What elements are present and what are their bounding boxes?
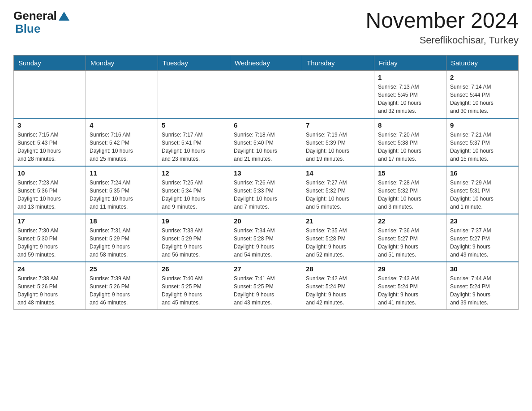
calendar-day-cell: 7Sunrise: 7:19 AM Sunset: 5:39 PM Daylig… — [302, 118, 374, 166]
calendar-day-cell — [302, 70, 374, 118]
day-info: Sunrise: 7:42 AM Sunset: 5:24 PM Dayligh… — [306, 274, 370, 307]
calendar-header-row: SundayMondayTuesdayWednesdayThursdayFrid… — [14, 55, 519, 70]
calendar-day-cell: 5Sunrise: 7:17 AM Sunset: 5:41 PM Daylig… — [158, 118, 230, 166]
calendar-week-row: 1Sunrise: 7:13 AM Sunset: 5:45 PM Daylig… — [14, 70, 519, 118]
calendar-day-cell — [14, 70, 86, 118]
day-info: Sunrise: 7:16 AM Sunset: 5:42 PM Dayligh… — [90, 131, 154, 163]
calendar-table: SundayMondayTuesdayWednesdayThursdayFrid… — [13, 55, 519, 310]
calendar-day-cell: 20Sunrise: 7:34 AM Sunset: 5:28 PM Dayli… — [230, 214, 302, 262]
calendar-day-cell: 9Sunrise: 7:21 AM Sunset: 5:37 PM Daylig… — [446, 118, 519, 166]
day-number: 19 — [162, 217, 226, 225]
calendar-day-cell: 2Sunrise: 7:14 AM Sunset: 5:44 PM Daylig… — [446, 70, 519, 118]
calendar-day-cell — [230, 70, 302, 118]
day-number: 11 — [90, 169, 154, 177]
day-info: Sunrise: 7:43 AM Sunset: 5:24 PM Dayligh… — [378, 274, 442, 307]
day-info: Sunrise: 7:34 AM Sunset: 5:28 PM Dayligh… — [234, 227, 298, 259]
day-header-thursday: Thursday — [302, 55, 374, 70]
day-number: 9 — [450, 121, 515, 129]
day-info: Sunrise: 7:37 AM Sunset: 5:27 PM Dayligh… — [450, 227, 515, 259]
day-number: 21 — [306, 217, 370, 225]
calendar-day-cell: 18Sunrise: 7:31 AM Sunset: 5:29 PM Dayli… — [86, 214, 158, 262]
calendar-day-cell: 8Sunrise: 7:20 AM Sunset: 5:38 PM Daylig… — [374, 118, 446, 166]
day-number: 22 — [378, 217, 442, 225]
calendar-day-cell: 11Sunrise: 7:24 AM Sunset: 5:35 PM Dayli… — [86, 166, 158, 214]
calendar-day-cell: 10Sunrise: 7:23 AM Sunset: 5:36 PM Dayli… — [14, 166, 86, 214]
calendar-week-row: 17Sunrise: 7:30 AM Sunset: 5:30 PM Dayli… — [14, 214, 519, 262]
day-info: Sunrise: 7:38 AM Sunset: 5:26 PM Dayligh… — [17, 274, 82, 307]
day-number: 8 — [378, 121, 442, 129]
day-number: 6 — [234, 121, 298, 129]
day-number: 28 — [306, 265, 370, 273]
calendar-day-cell: 16Sunrise: 7:29 AM Sunset: 5:31 PM Dayli… — [446, 166, 519, 214]
logo: General Blue — [13, 9, 69, 36]
day-number: 7 — [306, 121, 370, 129]
calendar-day-cell: 1Sunrise: 7:13 AM Sunset: 5:45 PM Daylig… — [374, 70, 446, 118]
day-info: Sunrise: 7:13 AM Sunset: 5:45 PM Dayligh… — [378, 83, 442, 115]
title-area: November 2024 Sereflikochisar, Turkey — [365, 9, 519, 46]
day-header-friday: Friday — [374, 55, 446, 70]
day-number: 29 — [378, 265, 442, 273]
calendar-day-cell: 29Sunrise: 7:43 AM Sunset: 5:24 PM Dayli… — [374, 262, 446, 310]
day-header-monday: Monday — [86, 55, 158, 70]
calendar-day-cell: 3Sunrise: 7:15 AM Sunset: 5:43 PM Daylig… — [14, 118, 86, 166]
day-info: Sunrise: 7:29 AM Sunset: 5:31 PM Dayligh… — [450, 179, 515, 211]
day-number: 18 — [90, 217, 154, 225]
calendar-day-cell: 22Sunrise: 7:36 AM Sunset: 5:27 PM Dayli… — [374, 214, 446, 262]
day-info: Sunrise: 7:33 AM Sunset: 5:29 PM Dayligh… — [162, 227, 226, 259]
day-number: 2 — [450, 73, 515, 81]
day-number: 14 — [306, 169, 370, 177]
calendar-day-cell: 19Sunrise: 7:33 AM Sunset: 5:29 PM Dayli… — [158, 214, 230, 262]
calendar-day-cell: 6Sunrise: 7:18 AM Sunset: 5:40 PM Daylig… — [230, 118, 302, 166]
day-number: 24 — [17, 265, 82, 273]
calendar-day-cell: 17Sunrise: 7:30 AM Sunset: 5:30 PM Dayli… — [14, 214, 86, 262]
page-header: General Blue November 2024 Sereflikochis… — [13, 9, 519, 46]
day-info: Sunrise: 7:31 AM Sunset: 5:29 PM Dayligh… — [90, 227, 154, 259]
calendar-day-cell: 26Sunrise: 7:40 AM Sunset: 5:25 PM Dayli… — [158, 262, 230, 310]
location-title: Sereflikochisar, Turkey — [365, 34, 519, 46]
day-info: Sunrise: 7:36 AM Sunset: 5:27 PM Dayligh… — [378, 227, 442, 259]
day-info: Sunrise: 7:26 AM Sunset: 5:33 PM Dayligh… — [234, 179, 298, 211]
calendar-day-cell — [86, 70, 158, 118]
day-header-wednesday: Wednesday — [230, 55, 302, 70]
day-number: 10 — [17, 169, 82, 177]
day-number: 5 — [162, 121, 226, 129]
day-info: Sunrise: 7:17 AM Sunset: 5:41 PM Dayligh… — [162, 131, 226, 163]
day-info: Sunrise: 7:24 AM Sunset: 5:35 PM Dayligh… — [90, 179, 154, 211]
day-number: 16 — [450, 169, 515, 177]
day-number: 17 — [17, 217, 82, 225]
day-info: Sunrise: 7:14 AM Sunset: 5:44 PM Dayligh… — [450, 83, 515, 115]
day-info: Sunrise: 7:25 AM Sunset: 5:34 PM Dayligh… — [162, 179, 226, 211]
day-info: Sunrise: 7:28 AM Sunset: 5:32 PM Dayligh… — [378, 179, 442, 211]
day-info: Sunrise: 7:30 AM Sunset: 5:30 PM Dayligh… — [17, 227, 82, 259]
calendar-day-cell: 21Sunrise: 7:35 AM Sunset: 5:28 PM Dayli… — [302, 214, 374, 262]
logo-blue-text: Blue — [15, 22, 40, 36]
day-number: 15 — [378, 169, 442, 177]
month-title: November 2024 — [365, 9, 519, 33]
day-number: 13 — [234, 169, 298, 177]
calendar-day-cell: 30Sunrise: 7:44 AM Sunset: 5:24 PM Dayli… — [446, 262, 519, 310]
calendar-day-cell: 24Sunrise: 7:38 AM Sunset: 5:26 PM Dayli… — [14, 262, 86, 310]
day-info: Sunrise: 7:21 AM Sunset: 5:37 PM Dayligh… — [450, 131, 515, 163]
day-number: 30 — [450, 265, 515, 273]
calendar-day-cell: 25Sunrise: 7:39 AM Sunset: 5:26 PM Dayli… — [86, 262, 158, 310]
day-number: 23 — [450, 217, 515, 225]
day-number: 26 — [162, 265, 226, 273]
calendar-day-cell: 15Sunrise: 7:28 AM Sunset: 5:32 PM Dayli… — [374, 166, 446, 214]
day-info: Sunrise: 7:27 AM Sunset: 5:32 PM Dayligh… — [306, 179, 370, 211]
day-info: Sunrise: 7:39 AM Sunset: 5:26 PM Dayligh… — [90, 274, 154, 307]
calendar-week-row: 10Sunrise: 7:23 AM Sunset: 5:36 PM Dayli… — [14, 166, 519, 214]
day-number: 12 — [162, 169, 226, 177]
day-info: Sunrise: 7:20 AM Sunset: 5:38 PM Dayligh… — [378, 131, 442, 163]
calendar-day-cell: 27Sunrise: 7:41 AM Sunset: 5:25 PM Dayli… — [230, 262, 302, 310]
day-number: 1 — [378, 73, 442, 81]
calendar-day-cell: 23Sunrise: 7:37 AM Sunset: 5:27 PM Dayli… — [446, 214, 519, 262]
day-info: Sunrise: 7:19 AM Sunset: 5:39 PM Dayligh… — [306, 131, 370, 163]
day-number: 27 — [234, 265, 298, 273]
day-info: Sunrise: 7:44 AM Sunset: 5:24 PM Dayligh… — [450, 274, 515, 307]
day-number: 20 — [234, 217, 298, 225]
day-info: Sunrise: 7:40 AM Sunset: 5:25 PM Dayligh… — [162, 274, 226, 307]
calendar-day-cell: 14Sunrise: 7:27 AM Sunset: 5:32 PM Dayli… — [302, 166, 374, 214]
day-header-saturday: Saturday — [446, 55, 519, 70]
day-number: 4 — [90, 121, 154, 129]
calendar-day-cell: 4Sunrise: 7:16 AM Sunset: 5:42 PM Daylig… — [86, 118, 158, 166]
